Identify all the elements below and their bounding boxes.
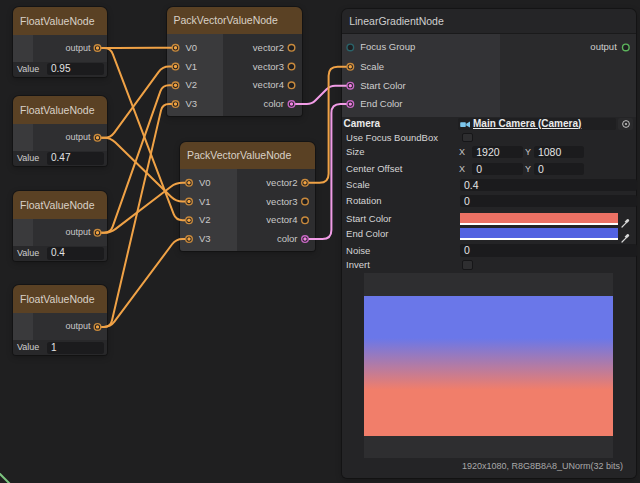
node-title-bar: FloatValueNode	[13, 285, 107, 313]
output-port-label: vector4	[253, 78, 284, 92]
output-port-label: vector2	[266, 176, 297, 190]
input-port-label: V2	[199, 213, 211, 227]
float-value-node[interactable]: FloatValueNodeoutputValue0.4	[13, 191, 107, 261]
edge-wire[interactable]	[0, 466, 16, 483]
axis-y-label: Y	[525, 145, 531, 159]
camera-icon	[460, 120, 471, 129]
camera-object-field[interactable]: Main Camera (Camera)	[458, 118, 617, 131]
node-title-bar: FloatValueNode	[13, 191, 107, 219]
output-port-label: vector3	[266, 195, 297, 209]
inspector-row-label: Center Offset	[346, 162, 402, 176]
preview-caption: 1920x1080, R8G8B8A8_UNorm(32 bits)	[462, 459, 623, 473]
port-dot	[187, 237, 190, 240]
eyedropper-button[interactable]	[621, 214, 630, 223]
input-port-label: V1	[199, 195, 211, 209]
eyedropper-button[interactable]	[621, 229, 630, 238]
pack-vector-value-node[interactable]: PackVectorValueNodeV0V1V2V3vector2vector…	[180, 142, 315, 251]
port-pack0.out0[interactable]	[288, 45, 295, 52]
value-field[interactable]: 0.4	[47, 247, 104, 259]
input-port-label: Scale	[360, 60, 384, 74]
node-title: FloatValueNode	[13, 96, 107, 124]
number-field[interactable]: 0	[460, 195, 637, 208]
float-value-node[interactable]: FloatValueNodeoutputValue0.95	[13, 7, 107, 77]
output-port-label: output	[65, 219, 90, 246]
port-dot	[96, 231, 99, 234]
object-picker-icon	[621, 119, 631, 129]
number-field-x[interactable]: 0	[472, 163, 522, 176]
output-port-label: vector2	[253, 41, 284, 55]
port-dot	[96, 136, 99, 139]
inspector-row-label: End Color	[346, 227, 388, 241]
camera-object-name[interactable]: Main Camera (Camera)	[473, 118, 581, 131]
checkbox[interactable]	[462, 133, 473, 143]
color-swatch[interactable]	[460, 213, 618, 225]
port-dot	[96, 325, 99, 328]
number-field-y[interactable]: 0	[534, 163, 584, 176]
inspector-row-label: Camera	[343, 117, 380, 131]
node-title: FloatValueNode	[13, 7, 107, 35]
graph-canvas[interactable]: FloatValueNodeoutputValue0.95FloatValueN…	[0, 0, 640, 483]
node-title: LinearGradientNode	[342, 9, 637, 33]
node-title: PackVectorValueNode	[180, 142, 315, 169]
number-field-x[interactable]: 1920	[472, 146, 522, 159]
axis-x-label: X	[459, 145, 465, 159]
port-pack1.out1[interactable]	[302, 198, 309, 205]
output-port-label: vector4	[266, 213, 297, 227]
value-label: Value	[17, 340, 39, 355]
input-port-label: End Color	[360, 97, 402, 111]
float-value-node[interactable]: FloatValueNodeoutputValue0.47	[13, 96, 107, 166]
color-swatch[interactable]	[460, 228, 618, 240]
port-dot	[349, 84, 352, 87]
inspector-row-label: Invert	[346, 258, 370, 272]
inspector-row-label: Rotation	[346, 194, 381, 208]
port-dot	[290, 102, 293, 105]
port-pack1.out2[interactable]	[302, 217, 309, 224]
node-title-bar: FloatValueNode	[13, 7, 107, 35]
axis-y-label: Y	[525, 162, 531, 176]
port-dot	[187, 181, 190, 184]
input-port-label: V2	[186, 78, 198, 92]
port-pack0.out1[interactable]	[288, 63, 295, 70]
port-dot	[174, 65, 177, 68]
edge-wire[interactable]	[98, 67, 176, 138]
input-port-label: Focus Group	[360, 40, 415, 54]
output-port-label: output	[65, 313, 90, 340]
output-port-label: color	[263, 97, 284, 111]
value-field[interactable]: 1	[47, 342, 104, 354]
float-value-node[interactable]: FloatValueNodeoutputValue1	[13, 285, 107, 355]
value-label: Value	[17, 151, 39, 166]
number-field[interactable]: 0.4	[460, 179, 637, 192]
eyedropper-icon	[621, 218, 631, 228]
node-title-bar: PackVectorValueNode	[167, 7, 302, 34]
port-pack0.out2[interactable]	[288, 82, 295, 89]
input-port-label: V0	[199, 176, 211, 190]
port-dot	[303, 237, 306, 240]
port-dot	[96, 46, 99, 49]
object-picker-button[interactable]	[618, 118, 634, 131]
number-field[interactable]: 0	[460, 244, 637, 257]
edge-wire[interactable]	[98, 138, 190, 202]
node-title-bar: PackVectorValueNode	[180, 142, 315, 169]
input-port-label: V3	[186, 97, 198, 111]
value-field[interactable]: 0.95	[47, 63, 104, 75]
node-input-column	[13, 35, 33, 62]
inspector-row-label: Noise	[346, 244, 370, 258]
linear-gradient-node[interactable]: LinearGradientNodeFocus GroupScaleStart …	[342, 9, 637, 478]
port-lg.out[interactable]	[623, 44, 630, 51]
node-input-column	[13, 313, 33, 340]
value-label: Value	[17, 62, 39, 77]
pack-vector-value-node[interactable]: PackVectorValueNodeV0V1V2V3vector2vector…	[167, 7, 302, 116]
checkbox[interactable]	[462, 260, 473, 270]
edge-wire[interactable]	[98, 85, 176, 233]
node-title-bar: FloatValueNode	[13, 96, 107, 124]
value-label: Value	[17, 246, 39, 261]
inspector-row-label: Start Color	[346, 212, 391, 226]
value-field[interactable]: 0.47	[47, 152, 104, 164]
number-field-y[interactable]: 1080	[534, 146, 584, 159]
input-port-label: V0	[186, 41, 198, 55]
edge-wire[interactable]	[98, 239, 190, 327]
node-title-bar: LinearGradientNode	[342, 9, 637, 34]
port-lg.in0[interactable]	[347, 44, 354, 51]
input-port-label: V3	[199, 232, 211, 246]
port-dot	[303, 181, 306, 184]
